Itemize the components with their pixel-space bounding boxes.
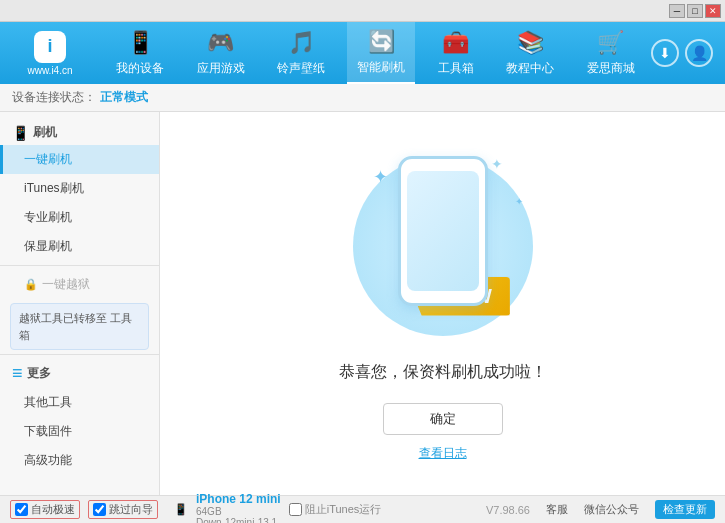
device-phone-icon: 📱 — [174, 503, 188, 516]
phone-illustration — [398, 156, 488, 306]
auto-speed-label: 自动极速 — [31, 502, 75, 517]
bottom-right: V7.98.66 客服 微信公众号 检查更新 — [486, 500, 715, 519]
sparkle-3: ✦ — [515, 196, 523, 207]
nav-tutorial-label: 教程中心 — [506, 60, 554, 77]
tools-icon: 🧰 — [442, 30, 469, 56]
nav-smart-flash-label: 智能刷机 — [357, 59, 405, 76]
bottom-bar: 自动极速 跳过向导 📱 iPhone 12 mini 64GB Down-12m… — [0, 495, 725, 523]
sidebar-item-pro-flash[interactable]: 专业刷机 — [0, 203, 159, 232]
device-storage: 64GB — [196, 506, 281, 517]
nav-smart-flash[interactable]: 🔄 智能刷机 — [347, 22, 415, 84]
pro-flash-label: 专业刷机 — [24, 210, 72, 224]
nav-bar: 📱 我的设备 🎮 应用游戏 🎵 铃声壁纸 🔄 智能刷机 🧰 工具箱 📚 教程中心… — [100, 22, 651, 84]
bottom-left: 自动极速 跳过向导 📱 iPhone 12 mini 64GB Down-12m… — [10, 492, 486, 524]
sidebar-item-jailbreak-disabled: 🔒 一键越狱 — [0, 270, 159, 299]
more-section-icon: ≡ — [12, 363, 23, 384]
nav-tools[interactable]: 🧰 工具箱 — [428, 22, 484, 84]
phone-body — [398, 156, 488, 306]
auto-speed-checkbox[interactable] — [15, 503, 28, 516]
nav-apps-games-label: 应用游戏 — [197, 60, 245, 77]
status-bar: 设备连接状态： 正常模式 — [0, 84, 725, 112]
lock-icon: 🔒 — [24, 278, 38, 291]
sidebar-section-more: ≡ 更多 — [0, 359, 159, 388]
logo-url: www.i4.cn — [27, 65, 72, 76]
device-info: iPhone 12 mini 64GB Down-12mini-13,1 — [196, 492, 281, 524]
skip-wizard-checkbox-container[interactable]: 跳过向导 — [88, 500, 158, 519]
nav-tutorial[interactable]: 📚 教程中心 — [496, 22, 564, 84]
user-button[interactable]: 👤 — [685, 39, 713, 67]
device-name: iPhone 12 mini — [196, 492, 281, 506]
content-area: ✦ ✦ ✦ NEW 恭喜您，保资料刷机成功啦！ 确定 查看日志 — [160, 112, 725, 495]
apps-games-icon: 🎮 — [207, 30, 234, 56]
one-key-flash-label: 一键刷机 — [24, 152, 72, 166]
minimize-button[interactable]: ─ — [669, 4, 685, 18]
sidebar-divider-2 — [0, 354, 159, 355]
more-section-title: 更多 — [27, 365, 51, 382]
window-controls: ─ □ ✕ — [669, 4, 721, 18]
skip-wizard-label: 跳过向导 — [109, 502, 153, 517]
sidebar: 📱 刷机 一键刷机 iTunes刷机 专业刷机 保显刷机 🔒 一键越狱 越狱工具… — [0, 112, 160, 495]
stop-itunes-label: 阻止iTunes运行 — [305, 502, 382, 517]
nav-ringtones[interactable]: 🎵 铃声壁纸 — [267, 22, 335, 84]
customer-service-link[interactable]: 客服 — [546, 502, 568, 517]
smart-flash-icon: 🔄 — [368, 29, 395, 55]
close-button[interactable]: ✕ — [705, 4, 721, 18]
main-layout: 📱 刷机 一键刷机 iTunes刷机 专业刷机 保显刷机 🔒 一键越狱 越狱工具… — [0, 112, 725, 495]
flash-section-title: 刷机 — [33, 124, 57, 141]
browse-log-link[interactable]: 查看日志 — [419, 445, 467, 462]
nav-my-device[interactable]: 📱 我的设备 — [106, 22, 174, 84]
jailbreak-label: 一键越狱 — [42, 276, 90, 293]
header-right: ⬇ 👤 — [651, 39, 725, 67]
stop-itunes-checkbox[interactable] — [289, 503, 302, 516]
skip-wizard-checkbox[interactable] — [93, 503, 106, 516]
sidebar-item-other-tools[interactable]: 其他工具 — [0, 388, 159, 417]
jailbreak-note-text: 越狱工具已转移至 工具箱 — [19, 312, 132, 341]
confirm-button[interactable]: 确定 — [383, 403, 503, 435]
tutorial-icon: 📚 — [517, 30, 544, 56]
sidebar-item-itunes-flash[interactable]: iTunes刷机 — [0, 174, 159, 203]
stop-itunes-container[interactable]: 阻止iTunes运行 — [289, 502, 382, 517]
nav-apps-games[interactable]: 🎮 应用游戏 — [187, 22, 255, 84]
download-button[interactable]: ⬇ — [651, 39, 679, 67]
sidebar-item-one-key-flash[interactable]: 一键刷机 — [0, 145, 159, 174]
nav-shop-label: 爱思商城 — [587, 60, 635, 77]
flash-section-icon: 📱 — [12, 125, 29, 141]
advanced-label: 高级功能 — [24, 453, 72, 467]
status-label: 设备连接状态： — [12, 89, 96, 106]
success-text: 恭喜您，保资料刷机成功啦！ — [339, 362, 547, 383]
version-label: V7.98.66 — [486, 504, 530, 516]
check-update-button[interactable]: 检查更新 — [655, 500, 715, 519]
sidebar-divider-1 — [0, 265, 159, 266]
restore-button[interactable]: □ — [687, 4, 703, 18]
jailbreak-note: 越狱工具已转移至 工具箱 — [10, 303, 149, 350]
sidebar-item-advanced[interactable]: 高级功能 — [0, 446, 159, 475]
my-device-icon: 📱 — [127, 30, 154, 56]
logo-area: i www.i4.cn — [0, 22, 100, 84]
itunes-flash-label: iTunes刷机 — [24, 181, 84, 195]
phone-screen — [407, 171, 479, 291]
auto-speed-checkbox-container[interactable]: 自动极速 — [10, 500, 80, 519]
success-illustration: ✦ ✦ ✦ NEW — [333, 146, 553, 346]
ringtones-icon: 🎵 — [288, 30, 315, 56]
save-flash-label: 保显刷机 — [24, 239, 72, 253]
nav-my-device-label: 我的设备 — [116, 60, 164, 77]
nav-ringtones-label: 铃声壁纸 — [277, 60, 325, 77]
status-value: 正常模式 — [100, 89, 148, 106]
header: i www.i4.cn 📱 我的设备 🎮 应用游戏 🎵 铃声壁纸 🔄 智能刷机 … — [0, 22, 725, 84]
confirm-button-label: 确定 — [430, 410, 456, 428]
sidebar-item-save-flash[interactable]: 保显刷机 — [0, 232, 159, 261]
nav-shop[interactable]: 🛒 爱思商城 — [577, 22, 645, 84]
sidebar-section-flash: 📱 刷机 — [0, 120, 159, 145]
wechat-link[interactable]: 微信公众号 — [584, 502, 639, 517]
nav-tools-label: 工具箱 — [438, 60, 474, 77]
sparkle-1: ✦ — [373, 166, 388, 188]
shop-icon: 🛒 — [597, 30, 624, 56]
title-bar: ─ □ ✕ — [0, 0, 725, 22]
logo-icon: i — [34, 31, 66, 63]
device-section: 📱 iPhone 12 mini 64GB Down-12mini-13,1 — [174, 492, 281, 524]
device-model: Down-12mini-13,1 — [196, 517, 281, 524]
sidebar-item-download-firmware[interactable]: 下载固件 — [0, 417, 159, 446]
other-tools-label: 其他工具 — [24, 395, 72, 409]
download-firmware-label: 下载固件 — [24, 424, 72, 438]
sparkle-2: ✦ — [491, 156, 503, 172]
